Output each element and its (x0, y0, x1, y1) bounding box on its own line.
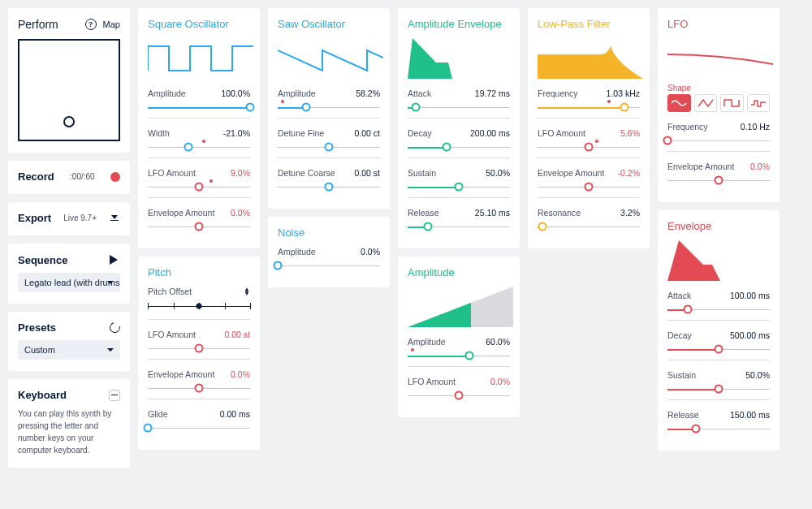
perform-panel: Perform ? Map (8, 8, 130, 153)
amp-env-panel: Amplitude Envelope Attack19.72 ms Decay2… (398, 8, 520, 248)
map-toggle[interactable]: Map (103, 19, 120, 29)
panel-title: Noise (278, 226, 380, 239)
xy-pad-puck[interactable] (63, 116, 75, 127)
pitch-panel: Pitch Pitch Offset▲▼ LFO Amount0.00 st E… (138, 257, 260, 450)
panel-title: Pitch (148, 266, 250, 278)
panel-title: LFO (667, 18, 770, 30)
env2-attack-slider[interactable] (667, 304, 770, 315)
ampenv-decay-param: Decay200.00 ms (408, 128, 510, 153)
filter-curve-icon (538, 38, 643, 79)
ampenv-sustain-slider[interactable] (408, 181, 510, 192)
ampenv-sustain-param: Sustain50.0% (408, 168, 510, 192)
record-time: :00/:60 (70, 172, 95, 181)
square-amplitude-param: Amplitude100.0% (148, 88, 250, 113)
env2-decay-slider[interactable] (667, 343, 770, 355)
download-icon[interactable] (109, 213, 120, 224)
envelope2-icon (667, 240, 773, 281)
env2-sustain-param: Sustain50.0% (667, 370, 770, 395)
pitch-glide-param: Glide0.00 ms (148, 409, 250, 434)
filter-freq-slider[interactable] (538, 101, 640, 113)
shape-square-button[interactable] (720, 94, 744, 112)
saw-coarse-slider[interactable] (278, 181, 380, 192)
noise-amplitude-slider[interactable] (278, 260, 380, 271)
noise-panel: Noise Amplitude0.0% (268, 217, 390, 287)
filter-res-slider[interactable] (538, 221, 640, 232)
env2-decay-param: Decay500.00 ms (667, 330, 770, 355)
noise-amplitude-param: Amplitude0.0% (278, 247, 380, 271)
record-panel: Record :00/:60 (8, 161, 130, 194)
keyboard-title: Keyboard (18, 389, 67, 401)
shape-tri-button[interactable] (694, 94, 718, 112)
filter-res-param: Resonance3.2% (538, 208, 640, 232)
lfo-freq-slider[interactable] (667, 135, 770, 146)
record-button[interactable] (110, 172, 120, 182)
keyboard-desc: You can play this synth by pressing the … (18, 408, 120, 456)
env2-sustain-slider[interactable] (667, 383, 770, 395)
envelope-icon (408, 38, 513, 79)
shape-sine-button[interactable] (667, 94, 691, 112)
pitch-env-slider[interactable] (148, 382, 250, 394)
refresh-icon[interactable] (108, 321, 123, 335)
ampenv-release-slider[interactable] (408, 221, 510, 232)
filter-freq-param: Frequency1.03 kHz (538, 88, 640, 113)
saw-coarse-param: Detune Coarse0.00 st (278, 168, 380, 192)
play-button[interactable] (107, 253, 120, 266)
square-osc-panel: Square Oscillator Amplitude100.0% Width-… (138, 8, 260, 248)
amplitude-panel: Amplitude Amplitude60.0% LFO Amount0.0% (398, 257, 520, 417)
ampenv-decay-slider[interactable] (408, 141, 510, 153)
filter-env-slider[interactable] (538, 181, 640, 192)
filter-env-param: Envelope Amount-0.2% (538, 168, 640, 192)
pitch-glide-slider[interactable] (148, 422, 250, 434)
square-width-slider[interactable] (148, 141, 250, 153)
amplitude-ramp-icon (408, 287, 513, 327)
ampenv-attack-param: Attack19.72 ms (408, 88, 510, 113)
filter-lfo-slider[interactable] (538, 141, 640, 153)
saw-fine-slider[interactable] (278, 141, 380, 153)
lfo-env-param: Envelope Amount0.0% (667, 162, 770, 186)
saw-osc-panel: Saw Oscillator Amplitude58.2% Detune Fin… (268, 8, 390, 209)
pitch-lfo-slider[interactable] (148, 343, 250, 354)
env2-attack-param: Attack100.00 ms (667, 291, 770, 315)
square-lfo-param: LFO Amount9.0% (148, 168, 250, 192)
xy-pad[interactable] (18, 39, 120, 141)
square-wave-icon (148, 38, 253, 79)
ampenv-release-param: Release25.10 ms (408, 208, 510, 232)
sequence-preset-select[interactable]: Legato lead (with drums) (18, 273, 120, 292)
env2-release-param: Release150.00 ms (667, 410, 770, 434)
square-width-param: Width-21.0% (148, 128, 250, 153)
saw-amplitude-slider[interactable] (278, 101, 380, 113)
preset-select[interactable]: Custom (18, 340, 120, 360)
ampenv-attack-slider[interactable] (408, 101, 510, 113)
amplitude-amp-slider[interactable] (408, 350, 510, 361)
perform-title: Perform (18, 18, 58, 31)
shape-label: Shape (667, 84, 770, 93)
pitch-offset-stepper[interactable]: ▲▼ (244, 287, 250, 295)
presets-panel: Presets Custom (8, 312, 130, 371)
square-amplitude-slider[interactable] (148, 101, 250, 113)
lfo-freq-param: Frequency0.10 Hz (667, 122, 770, 146)
saw-wave-icon (278, 38, 383, 79)
filter-panel: Low-Pass Filter Frequency1.03 kHz LFO Am… (528, 8, 650, 248)
pitch-offset-slider[interactable] (148, 301, 250, 311)
panel-title: Saw Oscillator (278, 18, 380, 30)
help-icon[interactable]: ? (85, 19, 97, 30)
pitch-lfo-param: LFO Amount0.00 st (148, 330, 250, 354)
saw-fine-param: Detune Fine0.00 ct (278, 128, 380, 153)
pitch-env-param: Envelope Amount0.0% (148, 369, 250, 394)
sequence-title: Sequence (18, 254, 67, 266)
panel-title: Amplitude Envelope (408, 18, 510, 30)
lfo-wave-icon (667, 38, 773, 79)
panel-title: Low-Pass Filter (538, 18, 640, 30)
record-title: Record (18, 170, 54, 183)
env2-release-slider[interactable] (667, 423, 770, 434)
amplitude-lfo-slider[interactable] (408, 390, 510, 401)
filter-lfo-param: LFO Amount5.6% (538, 128, 640, 153)
export-target: Live 9.7+ (63, 214, 97, 222)
export-title: Export (18, 212, 51, 224)
square-env-slider[interactable] (148, 221, 250, 232)
presets-title: Presets (18, 321, 56, 334)
collapse-button[interactable] (109, 390, 120, 401)
shape-random-button[interactable] (747, 94, 771, 112)
lfo-env-slider[interactable] (667, 175, 770, 186)
square-lfo-slider[interactable] (148, 181, 250, 192)
